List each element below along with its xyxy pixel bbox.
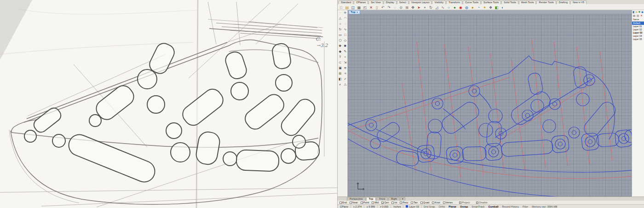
zoom-dynamic-icon[interactable]: ⊙ xyxy=(398,5,403,10)
osnap-perp[interactable]: Perp xyxy=(400,201,408,204)
save-icon[interactable]: ◫ xyxy=(351,5,356,10)
select-icon[interactable]: ➤ xyxy=(416,5,421,10)
annotate-tool-icon[interactable]: ✎ xyxy=(343,49,348,54)
properties-tab-icon[interactable]: ◧ xyxy=(632,11,635,14)
layers-tab-icon[interactable]: ● xyxy=(636,11,638,14)
zoom-window-icon[interactable]: ◌ xyxy=(392,5,397,10)
status-toggle-ortho[interactable]: Ortho xyxy=(437,205,447,208)
new-layer-icon[interactable]: ▤ xyxy=(632,14,636,17)
layer-row-layer-03[interactable]: Layer 03 xyxy=(632,31,644,35)
solid-tool-icon[interactable]: ◆ xyxy=(338,49,343,54)
redo-icon[interactable]: ↷ xyxy=(386,5,391,10)
osnap-quad[interactable]: Quad xyxy=(420,201,429,204)
viewport-tab-right[interactable]: Right xyxy=(388,197,400,201)
rotate-icon[interactable]: ↻ xyxy=(428,5,433,10)
mesh-tool-icon[interactable]: ≋ xyxy=(343,65,348,71)
polyline-tool-icon[interactable]: ✛ xyxy=(343,10,348,16)
paste-icon[interactable]: ▯ xyxy=(374,5,380,10)
trim-tool-icon[interactable]: ⊂ xyxy=(338,60,343,65)
new-viewport-tab-icon[interactable]: ▾ xyxy=(400,197,405,201)
diamond-tool-icon[interactable]: ◇ xyxy=(343,38,348,43)
osnap-cen[interactable]: ✓Cen xyxy=(381,201,389,204)
viewport-tab-perspective[interactable]: Perspective xyxy=(347,197,366,201)
osnap-tan[interactable]: Tan xyxy=(411,201,418,204)
osnap-tan-checkbox[interactable] xyxy=(411,202,413,204)
scale-icon[interactable]: ◿ xyxy=(434,5,439,10)
ellipse-tool-icon[interactable]: ◌ xyxy=(343,21,348,27)
viewport-tab-top[interactable]: Top xyxy=(366,197,376,201)
sphere-tool-icon[interactable]: ● xyxy=(452,5,457,10)
text-tool-icon[interactable]: T xyxy=(338,54,343,60)
osnap-point-checkbox[interactable] xyxy=(361,202,363,204)
status-toggle-grid-snap[interactable]: Grid Snap xyxy=(422,205,437,208)
osnap-mid[interactable]: Mid xyxy=(372,201,379,204)
osnap-near-checkbox[interactable] xyxy=(350,202,352,204)
osnap-disable[interactable]: Disable xyxy=(476,201,487,204)
menu-tab-curve-tools[interactable]: Curve Tools xyxy=(463,0,481,4)
list-tool-icon[interactable]: ≡ xyxy=(343,71,348,76)
circle-tool-icon[interactable]: ○ xyxy=(338,21,343,27)
layer-row-layer-04[interactable]: Layer 04 xyxy=(632,35,644,38)
osnap-knot[interactable]: Knot xyxy=(432,201,440,204)
layer-row-layer-05[interactable]: Layer 05 xyxy=(632,38,644,41)
menu-tab-drafting[interactable]: Drafting xyxy=(557,0,570,4)
warning-tool-icon[interactable]: ⚠ xyxy=(343,82,348,87)
osnap-perp-checkbox[interactable] xyxy=(400,202,402,204)
layer-row-layer-01[interactable]: Layer 01 xyxy=(632,25,644,28)
osnap-quad-checkbox[interactable] xyxy=(420,202,423,204)
point-tool-icon[interactable]: · xyxy=(338,10,343,16)
new-sublayer-icon[interactable]: ▥ xyxy=(636,14,639,17)
help-tab-icon[interactable]: ◉ xyxy=(641,11,644,14)
menu-tab-surface-tools[interactable]: Surface Tools xyxy=(481,0,501,4)
menu-tab-cplanes[interactable]: CPlanes xyxy=(354,0,368,4)
layer-row-layer-02[interactable]: Layer 02 xyxy=(632,28,644,31)
osnap-vertex-checkbox[interactable] xyxy=(443,202,445,204)
sun-tool-icon[interactable]: ◔ xyxy=(476,5,481,10)
status-toggle-record-history[interactable]: Record History xyxy=(500,205,521,208)
status-toggle-osnap[interactable]: Osnap xyxy=(458,205,470,208)
polygon-tool-icon[interactable]: ⬡ xyxy=(338,38,343,43)
curve-tool-icon[interactable]: ∿ xyxy=(343,27,348,32)
split-tool-icon[interactable]: ◧ xyxy=(338,76,343,82)
properties-tool-icon[interactable]: ◧ xyxy=(494,5,499,10)
menu-tab-select[interactable]: Select xyxy=(397,0,408,4)
rotate-tool-icon[interactable]: ↻ xyxy=(338,27,343,32)
circle-tool-icon[interactable]: ○ xyxy=(446,5,451,10)
viewport-canvas[interactable] xyxy=(348,14,632,196)
arc-tool-icon[interactable]: ◠ xyxy=(343,16,348,21)
osnap-near[interactable]: Near xyxy=(350,201,358,204)
pan-icon[interactable]: ✥ xyxy=(410,5,415,10)
osnap-project-checkbox[interactable] xyxy=(459,202,461,204)
print-icon[interactable]: ▦ xyxy=(356,5,362,10)
menu-tab-viewport-layout[interactable]: Viewport Layout xyxy=(409,0,431,4)
explode-tool-icon[interactable]: ✱ xyxy=(343,43,348,49)
menu-tab-visibility[interactable]: Visibility xyxy=(432,0,446,4)
osnap-point[interactable]: Point xyxy=(361,201,369,204)
osnap-int-checkbox[interactable] xyxy=(391,202,394,204)
menu-tab-transform[interactable]: Transform xyxy=(446,0,462,4)
triangle-tool-icon[interactable]: △ xyxy=(338,16,343,21)
curve-tool-icon[interactable]: ∿ xyxy=(440,5,445,10)
osnap-knot-checkbox[interactable] xyxy=(432,202,434,204)
status-toggle-planar[interactable]: Planar xyxy=(447,205,458,208)
osnap-int[interactable]: Int xyxy=(391,201,397,204)
check-tool-icon[interactable]: ✓ xyxy=(343,76,348,82)
layers-tool-icon[interactable]: ❖ xyxy=(488,5,493,10)
move-icon[interactable]: ⌖ xyxy=(422,5,427,10)
osnap-cen-checkbox[interactable]: ✓ xyxy=(381,202,384,204)
osnap-end[interactable]: End xyxy=(339,201,347,204)
display-tab-icon[interactable]: ❖ xyxy=(638,11,640,14)
status-toggle-memory-use[interactable]: Memory use: 3586 MB xyxy=(530,205,559,208)
box-tool-icon[interactable]: □ xyxy=(343,32,348,38)
analyze-tool-icon[interactable]: ◐ xyxy=(338,82,343,87)
light-tool-icon[interactable]: ✦ xyxy=(482,5,487,10)
open-file-icon[interactable]: ▤ xyxy=(345,5,350,10)
new-file-icon[interactable]: □ xyxy=(339,5,344,10)
grid-tool-icon[interactable]: ⊞ xyxy=(338,71,343,76)
wave-tool-icon[interactable]: ≈ xyxy=(343,54,348,60)
render-view-icon[interactable]: ◍ xyxy=(464,5,469,10)
osnap-project[interactable]: Project xyxy=(459,201,470,204)
cut-icon[interactable]: ✕ xyxy=(368,5,374,10)
menu-tab-mesh-tools[interactable]: Mesh Tools xyxy=(519,0,536,4)
status-toggle-gumball[interactable]: Gumball xyxy=(487,205,500,208)
